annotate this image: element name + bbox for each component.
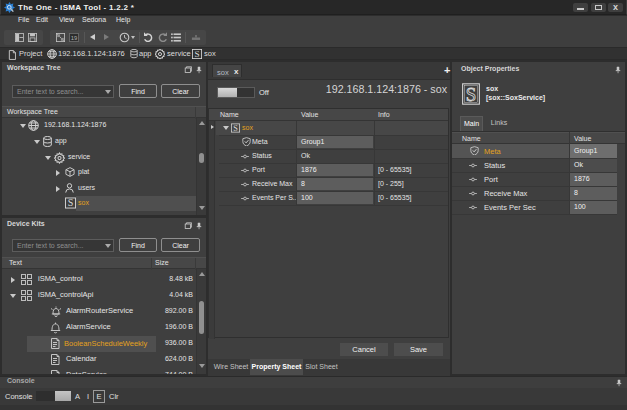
svg-text:S: S	[466, 84, 477, 105]
svg-text:19: 19	[71, 35, 78, 41]
